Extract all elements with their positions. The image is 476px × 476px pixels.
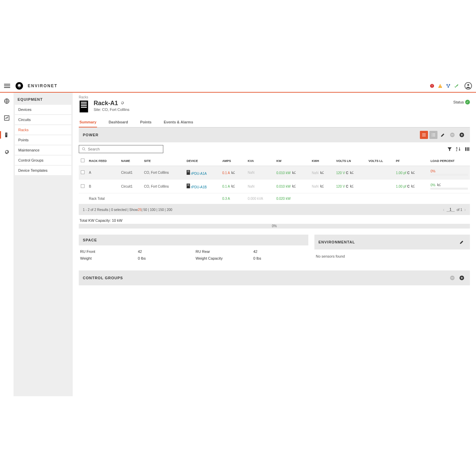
main-content: Racks Rack-A1 Site: CO, Fort Colllins St… (73, 93, 476, 396)
add-button[interactable] (458, 131, 466, 139)
table-row-total: Rack Total 0.3 A 0.000 kVA 0.020 kW (79, 193, 470, 204)
pdu-icon (187, 170, 190, 175)
trend-icon[interactable] (411, 184, 415, 188)
app-title: ENVIRONET (28, 84, 57, 88)
rail-settings[interactable] (0, 147, 14, 157)
error-icon[interactable] (429, 83, 435, 89)
search-box[interactable] (79, 145, 163, 153)
sidebar-item-circuits[interactable]: Circuits (15, 115, 71, 124)
edit-environmental-button[interactable] (458, 238, 466, 246)
device-link[interactable]: rPDU-A1A (191, 172, 207, 175)
view-list-button[interactable] (420, 131, 428, 139)
svg-text:A: A (456, 147, 458, 149)
svg-rect-38 (465, 147, 466, 151)
svg-point-35 (82, 148, 85, 150)
tab-points[interactable]: Points (140, 117, 152, 127)
svg-rect-46 (187, 185, 189, 186)
tab-summary[interactable]: Summary (79, 117, 97, 127)
sidebar-item-devices[interactable]: Devices (15, 105, 71, 114)
svg-rect-28 (432, 136, 432, 136)
search-input[interactable] (88, 147, 160, 151)
filter-icon[interactable] (447, 146, 452, 152)
icon-rail (0, 93, 14, 396)
sidebar-item-points[interactable]: Points (15, 135, 71, 145)
trend-icon[interactable] (350, 171, 354, 175)
trend-icon[interactable] (292, 184, 296, 188)
svg-rect-48 (451, 278, 454, 278)
sort-icon[interactable]: AZ (456, 146, 461, 152)
rack-icon (79, 100, 89, 113)
remove-button[interactable] (448, 131, 456, 139)
view-grid-button[interactable] (429, 131, 437, 139)
svg-rect-40 (468, 147, 469, 151)
page-title: Rack-A1 (94, 100, 129, 107)
sidebar-item-device-templates[interactable]: Device Templates (15, 166, 71, 175)
trend-icon[interactable] (350, 184, 354, 188)
table-row[interactable]: B Circuit1 CO, Fort Colllins rPDU-A1B 0.… (79, 180, 470, 193)
svg-rect-31 (451, 135, 454, 135)
prev-page-icon[interactable]: ‹ (443, 207, 445, 212)
trend-icon[interactable] (320, 184, 324, 188)
svg-rect-1 (432, 85, 432, 87)
control-groups-section-header: CONTROL GROUPS (79, 270, 470, 285)
svg-rect-29 (433, 136, 435, 136)
svg-text:Z: Z (456, 149, 457, 151)
tab-events-alarms[interactable]: Events & Alarms (163, 117, 194, 127)
svg-rect-18 (81, 103, 87, 104)
gear-icon[interactable] (120, 100, 125, 107)
svg-rect-23 (422, 136, 426, 136)
sidebar-item-racks[interactable]: Racks (15, 125, 71, 135)
rail-dashboard[interactable] (0, 113, 14, 123)
power-section-header: POWER (79, 127, 470, 142)
topbar: ENVIRONET (0, 80, 476, 93)
svg-rect-42 (187, 171, 189, 171)
row-checkbox[interactable] (81, 184, 85, 188)
svg-rect-20 (81, 107, 87, 108)
trend-icon[interactable] (437, 183, 441, 187)
svg-rect-21 (422, 134, 426, 134)
trend-icon[interactable] (411, 171, 415, 175)
svg-rect-19 (81, 105, 87, 106)
load-bar (430, 174, 468, 176)
svg-rect-34 (461, 134, 462, 136)
trend-icon[interactable] (320, 171, 324, 175)
svg-rect-27 (433, 135, 435, 135)
network-icon[interactable] (446, 83, 451, 89)
sidebar-item-maintenance[interactable]: Maintenance (15, 145, 71, 155)
remove-cg-button[interactable] (448, 274, 456, 282)
rail-equipment[interactable] (0, 130, 14, 140)
trend-icon[interactable] (292, 171, 296, 175)
hamburger-menu[interactable] (4, 84, 10, 88)
rail-globe[interactable] (0, 96, 14, 106)
add-cg-button[interactable] (458, 274, 466, 282)
space-grid: RU Front 42 RU Rear 42 Weight 0 lbs Weig… (79, 245, 308, 264)
edit-button[interactable] (439, 131, 447, 139)
tab-dashboard[interactable]: Dashboard (108, 117, 128, 127)
select-all-checkbox[interactable] (81, 159, 85, 162)
svg-rect-14 (6, 134, 7, 135)
trend-icon[interactable] (231, 184, 235, 188)
warning-icon[interactable] (437, 83, 443, 89)
search-icon (82, 147, 86, 151)
user-account-icon[interactable] (465, 82, 472, 90)
page-number-input[interactable] (447, 208, 455, 212)
columns-icon[interactable] (465, 146, 470, 152)
breadcrumb[interactable]: Racks (79, 95, 470, 99)
load-bar (430, 188, 468, 190)
svg-rect-4 (440, 87, 440, 87)
svg-rect-5 (447, 84, 448, 86)
page-size-options[interactable]: | 50 | 100 | 150 | 200 (142, 208, 172, 212)
svg-rect-6 (449, 84, 450, 86)
tools-icon[interactable] (454, 83, 459, 89)
device-link[interactable]: rPDU-A1B (191, 185, 207, 189)
sidebar-item-control-groups[interactable]: Control Groups (15, 156, 71, 165)
table-row[interactable]: A Circuit1 CO, Fort Colllins rPDU-A1A 0.… (79, 166, 470, 180)
svg-rect-17 (81, 102, 87, 103)
row-checkbox[interactable] (81, 170, 85, 174)
svg-point-9 (467, 84, 469, 86)
next-page-icon[interactable]: › (464, 207, 466, 212)
status-indicator: Status ✓ (453, 100, 470, 104)
trend-icon[interactable] (231, 171, 235, 175)
svg-rect-22 (422, 135, 426, 135)
page-size-25[interactable]: 25 (138, 208, 142, 212)
